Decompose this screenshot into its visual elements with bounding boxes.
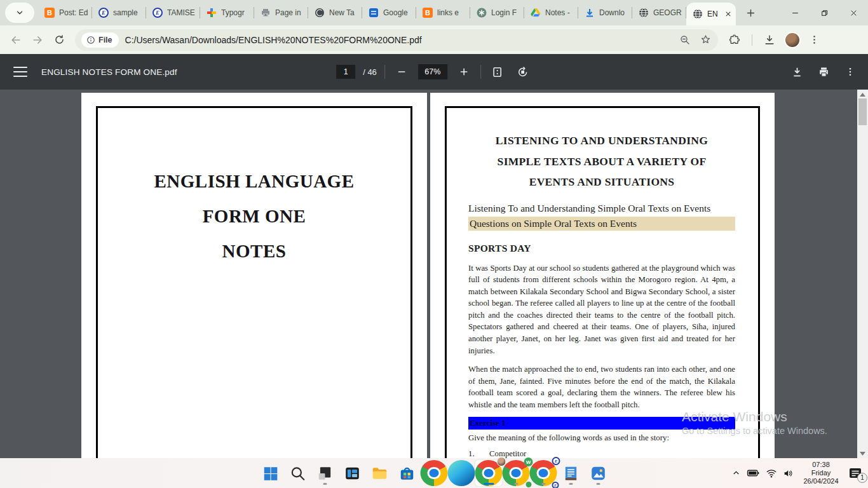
tab-close-button[interactable] — [723, 9, 733, 19]
print-icon — [818, 66, 830, 78]
pdf-more-button[interactable] — [841, 63, 859, 81]
color-plus-icon — [207, 8, 217, 18]
file-explorer-button[interactable] — [366, 460, 393, 486]
zoom-out-button[interactable] — [393, 63, 410, 81]
back-button[interactable] — [5, 29, 27, 51]
globe-icon — [639, 8, 649, 18]
profile-avatar[interactable] — [784, 32, 801, 48]
file-scheme-chip[interactable]: File — [81, 32, 119, 48]
task-view-icon — [344, 465, 360, 482]
tab-list: Post: Ed sample TAMISE Typogr Page in Ne… — [38, 0, 736, 25]
address-bar[interactable]: File C:/Users/Wasan/Downloads/ENGLISH%20… — [75, 29, 718, 51]
widgets-icon — [316, 465, 333, 482]
tab-active-en[interactable]: EN — [686, 3, 736, 25]
chrome-w-profile-button[interactable]: W — [503, 460, 530, 486]
tab-post-ed[interactable]: Post: Ed — [38, 0, 92, 25]
pdf-menu-button[interactable] — [13, 67, 27, 77]
close-icon — [850, 9, 858, 17]
chrome-button[interactable] — [421, 460, 448, 486]
minimize-button[interactable] — [780, 0, 810, 25]
scrollbar-thumb[interactable] — [858, 98, 867, 125]
tab-search-button[interactable] — [5, 3, 34, 23]
rotate-icon — [517, 66, 529, 78]
extensions-icon[interactable] — [728, 34, 741, 46]
triangle-up-icon — [860, 93, 865, 97]
downloads-icon[interactable] — [763, 34, 776, 46]
page-number-input[interactable] — [336, 65, 355, 79]
scrollbar-track[interactable] — [857, 90, 868, 458]
tab-new-tab[interactable]: New Ta — [308, 0, 362, 25]
battery-icon[interactable] — [747, 468, 760, 478]
chapter-heading-line3: EVENTS AND SITUATIONS — [468, 172, 735, 193]
tab-geogr[interactable]: GEOGR — [632, 0, 686, 25]
tab-typogr[interactable]: Typogr — [200, 0, 254, 25]
restore-icon — [820, 9, 829, 17]
scroll-down-button[interactable] — [857, 449, 868, 458]
url-text[interactable]: C:/Users/Wasan/Downloads/ENGLISH%20NOTES… — [125, 35, 674, 45]
dark-sphere-icon — [315, 8, 325, 18]
globe-icon — [693, 9, 703, 19]
tab-downloads[interactable]: Downlo — [578, 0, 632, 25]
microsoft-store-button[interactable] — [393, 460, 421, 486]
restore-button[interactable] — [810, 0, 839, 25]
search-icon — [289, 465, 306, 482]
photos-icon — [590, 465, 606, 482]
minimize-icon — [791, 9, 799, 17]
photos-button[interactable] — [585, 460, 612, 486]
volume-icon[interactable] — [783, 468, 794, 478]
bookmark-star-icon[interactable] — [700, 34, 712, 46]
chrome-icon — [475, 460, 503, 486]
item-number: 1. — [468, 449, 489, 458]
pdf-page-2[interactable]: LISTENING TO AND UNDERSTANDING SIMPLE TE… — [430, 93, 775, 458]
chrome-e-profile-button[interactable]: EE — [530, 460, 557, 486]
pdf-toolbar: ENGLISH NOTES FORM ONE.pdf / 46 67% — [0, 54, 868, 90]
section-heading: SPORTS DAY — [468, 243, 735, 254]
exercise-banner: Exercise 1 — [468, 417, 735, 430]
pdf-page-1[interactable]: ENGLISH LANGUAGE FORM ONE NOTES — [81, 93, 427, 458]
pdf-print-button[interactable] — [815, 63, 832, 81]
menu-kebab-icon[interactable] — [809, 34, 820, 45]
zoom-in-button[interactable] — [455, 63, 473, 81]
tab-notes[interactable]: Notes - — [524, 0, 578, 25]
close-button[interactable] — [839, 0, 868, 25]
search-button[interactable] — [284, 460, 311, 486]
back-icon — [10, 34, 22, 46]
rotate-button[interactable] — [514, 63, 532, 81]
edge-button[interactable] — [448, 460, 475, 486]
notepad-button[interactable] — [557, 460, 585, 486]
new-tab-button[interactable] — [741, 3, 760, 22]
pdf-right-controls — [788, 54, 859, 90]
forward-button[interactable] — [27, 29, 48, 51]
fit-page-button[interactable] — [489, 63, 506, 81]
running-indicator — [569, 483, 573, 485]
task-view-button[interactable] — [339, 460, 366, 486]
chrome-profile-button-active[interactable] — [475, 460, 503, 486]
pdf-viewport: ENGLISH LANGUAGE FORM ONE NOTES LISTENIN… — [0, 90, 868, 458]
tab-tamise[interactable]: TAMISE — [146, 0, 200, 25]
widgets-button[interactable] — [311, 460, 339, 486]
hidden-icons-chevron[interactable] — [731, 468, 741, 478]
start-button[interactable] — [257, 460, 284, 486]
chrome-icon: W — [503, 460, 530, 486]
item-word: Competitor — [489, 449, 526, 458]
triangle-down-icon — [860, 452, 865, 456]
scroll-up-button[interactable] — [857, 90, 868, 99]
tab-sample[interactable]: sample — [92, 0, 146, 25]
cover-title-line2: FORM ONE — [81, 199, 427, 234]
pdf-download-button[interactable] — [788, 63, 806, 81]
taskbar-clock[interactable]: 07:38 Friday 26/04/2024 — [800, 461, 842, 485]
tab-links[interactable]: links e — [416, 0, 470, 25]
notification-center-button[interactable]: 1 — [848, 467, 863, 480]
zoom-level-display[interactable]: 67% — [418, 64, 447, 79]
tab-page-in[interactable]: Page in — [254, 0, 308, 25]
story-paragraph-1: It was Sports Day at our school so stude… — [468, 262, 735, 357]
tab-login[interactable]: Login F — [470, 0, 524, 25]
cover-title-line3: NOTES — [81, 234, 427, 269]
wifi-icon[interactable] — [766, 468, 777, 478]
reload-button[interactable] — [48, 29, 70, 51]
download-favicon — [585, 8, 595, 18]
blogger-icon — [423, 8, 433, 18]
tab-label: links e — [437, 8, 470, 17]
zoom-out-icon[interactable] — [679, 34, 691, 46]
tab-google[interactable]: Google — [362, 0, 416, 25]
